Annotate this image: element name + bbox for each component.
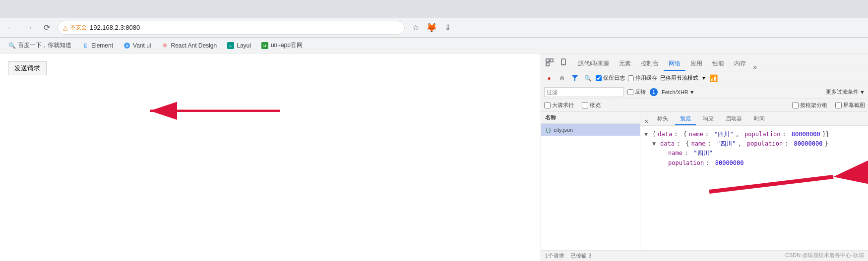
devtools-toolbar: 源代码/来源 元素 控制台 网络 应用 性能 内存 »: [541, 53, 868, 71]
address-bar[interactable]: △ 不安全 192.168.2.3:8080: [58, 21, 405, 35]
tab-headers[interactable]: 标头: [652, 113, 673, 125]
tab-network[interactable]: 网络: [664, 57, 685, 71]
bookmark-element[interactable]: E Element: [77, 40, 117, 51]
tab-response[interactable]: 响应: [698, 113, 719, 125]
json-line-4: ▶ population : 80000000: [644, 158, 864, 168]
star-button[interactable]: ☆: [409, 21, 423, 35]
network-item-city-json[interactable]: {} city.json: [541, 124, 640, 136]
tab-memory[interactable]: 内存: [729, 57, 751, 71]
svg-rect-9: [550, 59, 553, 62]
reverse-filter-checkbox[interactable]: 反转: [627, 88, 646, 96]
network-list-header: 名称: [541, 112, 640, 124]
vant-icon: V: [123, 42, 131, 50]
inspect-element-button[interactable]: [543, 56, 556, 69]
devtools-tabs: 源代码/来源 元素 控制台 网络 应用 性能 内存 »: [573, 53, 759, 71]
tab-preview[interactable]: 预览: [675, 113, 696, 125]
svg-line-15: [709, 177, 833, 192]
bookmark-react-ant-label: React Ant Design: [171, 42, 217, 49]
tab-timing[interactable]: 时间: [749, 113, 770, 125]
overview-checkbox[interactable]: 概览: [582, 102, 601, 109]
tab-elements[interactable]: 元素: [614, 57, 636, 71]
bookmark-uniapp[interactable]: U uni-app官网: [257, 40, 307, 51]
main-content: 发送请求: [0, 53, 868, 261]
fetch-xhr-filter-button[interactable]: Fetch/XHR ▼: [662, 89, 695, 95]
screenshot-checkbox[interactable]: 屏幕截图: [835, 102, 865, 109]
react-ant-icon: ⚛: [161, 42, 169, 50]
network-item-label: city.json: [554, 127, 573, 133]
tab-console[interactable]: 控制台: [636, 57, 664, 71]
disable-cache-checkbox[interactable]: 停用缓存: [628, 74, 657, 82]
throttle-arrow[interactable]: ▼: [701, 75, 706, 81]
watermark-text: CSDN @瑞晟技术服务中心-耿瑞: [785, 252, 864, 259]
extensions-button[interactable]: 🦊: [425, 21, 438, 35]
arrow-annotation-1: [0, 88, 541, 187]
tab-bar: [0, 0, 868, 18]
bookmarks-bar: 🔍 百度一下，你就知道 E Element V Vant ui ⚛ React …: [0, 38, 868, 53]
security-warning-icon: △: [63, 24, 67, 31]
clear-button[interactable]: ⊗: [557, 73, 567, 83]
page-area: 发送请求: [0, 53, 541, 261]
bookmark-layui[interactable]: L Layui: [223, 40, 255, 51]
layui-icon: L: [227, 42, 235, 50]
close-preview-button[interactable]: ×: [644, 117, 648, 125]
address-bar-actions: ☆ 🦊 ⇓: [409, 21, 454, 35]
svg-rect-11: [561, 59, 565, 65]
json-line-3: ▶ name : "四川": [644, 149, 864, 158]
device-toolbar-button[interactable]: [557, 56, 570, 69]
reload-button[interactable]: ⟳: [40, 21, 54, 35]
security-warning-text: 不安全: [70, 24, 87, 31]
json-file-icon: {}: [545, 127, 552, 133]
preview-tabs: × 标头 预览 响应 启动器 时间: [640, 112, 868, 126]
back-button[interactable]: ←: [4, 21, 18, 35]
record-button[interactable]: ●: [544, 73, 554, 83]
preview-panel: × 标头 预览 响应 启动器 时间 ▼ { data: [640, 112, 868, 250]
bookmark-vant[interactable]: V Vant ui: [119, 40, 155, 51]
filter-options: 反转 1 Fetch/XHR ▼: [627, 88, 695, 96]
options-bar: 大请求行 概览 按框架分组 屏幕截图: [541, 99, 868, 112]
json-line-2: ▼ data : { name : "四川" , population : 80…: [644, 139, 864, 149]
tab-source[interactable]: 源代码/来源: [573, 57, 614, 71]
address-bar-row: ← → ⟳ △ 不安全 192.168.2.3:8080 ☆ 🦊 ⇓: [0, 18, 868, 38]
svg-text:U: U: [263, 44, 266, 48]
svg-rect-10: [546, 63, 549, 66]
network-list: 名称 {} city.json: [541, 112, 640, 250]
filter-bar: 反转 1 Fetch/XHR ▼ 更多过滤条件 ▼: [541, 85, 868, 99]
bookmark-baidu-label: 百度一下，你就知道: [18, 41, 71, 50]
uniapp-icon: U: [261, 42, 269, 50]
json-toggle-2[interactable]: ▼: [652, 139, 658, 149]
forward-button[interactable]: →: [22, 21, 36, 35]
throttle-select[interactable]: 已停用节流模式: [660, 74, 698, 82]
bookmark-element-label: Element: [91, 42, 113, 49]
network-toolbar: ● ⊗ 🔍 保留日志 停用缓存 已停用节流模式 ▼ 📶: [541, 71, 868, 85]
tab-application[interactable]: 应用: [685, 57, 707, 71]
filter-button[interactable]: [570, 73, 580, 83]
tab-performance[interactable]: 性能: [707, 57, 729, 71]
network-content: 名称 {} city.json × 标头 预览 响应: [541, 112, 868, 250]
more-tabs-button[interactable]: »: [751, 63, 759, 71]
fetch-count-badge: 1: [650, 88, 658, 96]
send-request-button[interactable]: 发送请求: [8, 61, 47, 75]
json-line-1: ▼ { data : { name : "四川" , population : …: [644, 130, 864, 139]
downloads-button[interactable]: ⇓: [440, 21, 454, 35]
bookmark-layui-label: Layui: [237, 42, 251, 49]
more-filters-button[interactable]: 更多过滤条件 ▼: [826, 88, 865, 96]
json-toggle-1[interactable]: ▼: [644, 130, 650, 139]
search-network-button[interactable]: 🔍: [583, 73, 593, 83]
bookmark-react-ant[interactable]: ⚛ React Ant Design: [157, 40, 221, 51]
preview-content: ▼ { data : { name : "四川" , population : …: [640, 126, 868, 172]
filter-input[interactable]: [544, 87, 623, 97]
devtools-panel: 源代码/来源 元素 控制台 网络 应用 性能 内存 » ● ⊗: [541, 53, 868, 261]
wifi-icon: 📶: [709, 74, 718, 82]
tab-initiator[interactable]: 启动器: [721, 113, 747, 125]
bookmark-baidu[interactable]: 🔍 百度一下，你就知道: [4, 40, 75, 51]
bookmark-vant-label: Vant ui: [133, 42, 151, 49]
large-rows-checkbox[interactable]: 大请求行: [544, 102, 574, 109]
element-icon: E: [81, 42, 89, 50]
svg-text:L: L: [230, 44, 232, 48]
framework-group-checkbox[interactable]: 按框架分组: [792, 102, 827, 109]
svg-rect-8: [546, 59, 549, 62]
bookmark-uniapp-label: uni-app官网: [271, 41, 303, 50]
svg-text:V: V: [125, 44, 128, 48]
preserve-log-checkbox[interactable]: 保留日志: [596, 74, 625, 82]
baidu-icon: 🔍: [8, 42, 16, 50]
